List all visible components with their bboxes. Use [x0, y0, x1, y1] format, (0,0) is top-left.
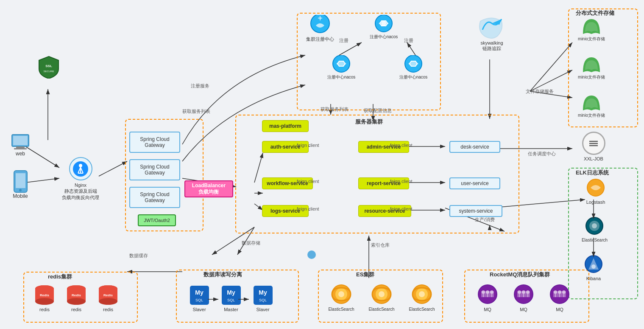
mobile-label: Mobile [13, 193, 28, 199]
redis1-label: redis [39, 307, 50, 312]
svg-point-72 [67, 298, 86, 305]
feign2: feign client [390, 143, 413, 148]
nacos2-icon-box: 注册中心nacos [322, 55, 360, 80]
mobile-icon [13, 170, 28, 193]
svg-point-116 [558, 290, 561, 294]
svg-point-101 [482, 290, 485, 294]
es2-label: ElasticSearch [368, 307, 394, 312]
db-slaver2-label: Slaver [256, 307, 269, 312]
db-slaver1-label: Slaver [192, 307, 206, 312]
xxl-job-icon-box: XXL-JOB [577, 132, 611, 161]
mq2-icon [511, 284, 536, 307]
redis2-label: redis [71, 307, 81, 312]
center-indicator [307, 250, 316, 259]
svg-text:Redis: Redis [103, 293, 113, 297]
web-icon-box: web [8, 134, 33, 157]
elk-label: ELK日志系统 [576, 169, 609, 177]
register-service-label: 注册服务 [191, 83, 209, 89]
mq1-label: MQ [484, 307, 491, 312]
es3-icon [409, 284, 435, 307]
nginx-label: Nginx静态资源及后端负载均衡反向代理 [62, 182, 99, 200]
svg-point-108 [518, 290, 521, 294]
register1-label: 注册 [339, 37, 348, 44]
svg-point-51 [381, 21, 386, 26]
nacos-cluster-icon: + [307, 15, 333, 36]
svg-point-64 [591, 264, 596, 269]
redis3-icon-box: Redis redis [93, 284, 123, 312]
nacos3-icon [402, 55, 425, 74]
data-cache-label: 数据缓存 [129, 253, 148, 259]
web-label: web [16, 151, 25, 157]
redis1-icon-box: Redis redis [30, 284, 59, 312]
svg-line-5 [99, 161, 127, 176]
svg-rect-34 [16, 146, 25, 148]
logstash-icon [584, 178, 608, 200]
redis1-icon: Redis [34, 284, 55, 307]
gateway1: Spring CloudGateway [129, 132, 180, 153]
svg-text:My: My [227, 289, 235, 296]
minio3-icon [581, 93, 602, 112]
svg-text:SQL: SQL [195, 298, 203, 302]
redis2-icon-box: Redis redis [61, 284, 91, 312]
system-service-node: system-service [449, 205, 502, 217]
db-slaver2-icon: My SQL [251, 284, 275, 307]
svg-text:SQL: SQL [227, 298, 234, 302]
es3-icon-box: ElasticSearch [403, 284, 441, 312]
nacos3-label: 注册中心nacos [399, 74, 428, 80]
loadbalancer-node: LoadBalancer负载均衡 [184, 180, 233, 197]
svg-point-61 [592, 223, 597, 228]
dist-storage-label: 分布式文件存储 [576, 9, 614, 17]
es-cluster-label: ES集群 [356, 271, 374, 278]
web-monitor-icon [10, 134, 31, 151]
kibana-label: Kibana [586, 276, 601, 281]
minio1-icon-box: minio文件存储 [572, 17, 611, 42]
feign4: feign client [390, 179, 413, 184]
nacos1-label: 注册中心nacos [370, 34, 398, 40]
svg-text:SSL: SSL [45, 64, 52, 68]
feign3: feign client [297, 179, 319, 184]
svg-text:SECURE: SECURE [43, 70, 54, 73]
nacos1-icon [372, 15, 396, 34]
es1-icon-box: ElasticSearch [322, 284, 360, 312]
svg-rect-36 [13, 136, 28, 145]
svg-point-39 [19, 189, 22, 191]
jwt-node: JWT/Oauth2 [138, 214, 176, 226]
svg-point-109 [522, 290, 525, 294]
desk-service-node: desk-service [449, 141, 500, 153]
get-service-list2-label: 获取服务列表 [321, 106, 348, 112]
svg-text:Redis: Redis [72, 293, 81, 297]
nginx-icon-box: Nginx静态资源及后端负载均衡反向代理 [59, 157, 102, 200]
svg-rect-35 [14, 148, 27, 149]
minio2-icon [581, 55, 602, 74]
get-config-label: 获取配置信息 [364, 107, 392, 114]
svg-point-73 [67, 285, 86, 292]
svg-text:My: My [195, 289, 204, 296]
index-storage-label: 索引仓库 [371, 242, 390, 248]
nacos1-icon-box: 注册中心nacos [365, 15, 403, 40]
mq1-icon-box: MQ [471, 284, 505, 312]
ssl-icon-box: SSL SECURE [34, 55, 64, 79]
gateway3: Spring CloudGateway [129, 187, 180, 208]
mas-platform-node: mas-platform [262, 120, 309, 132]
mq2-label: MQ [520, 307, 527, 312]
nacos-cluster-icon-box: + 集群注册中心 [303, 15, 337, 42]
minio3-icon-box: minio文件存储 [572, 93, 611, 118]
svg-point-110 [526, 290, 530, 294]
feign1: feign client [297, 143, 319, 148]
mq3-icon [547, 284, 572, 307]
task-center-label: 任务调度中心 [528, 151, 556, 157]
mobile-icon-box: Mobile [8, 170, 33, 199]
svg-point-67 [35, 298, 54, 305]
nacos2-icon [330, 55, 353, 74]
file-storage-service-label: 文件存储服务 [526, 88, 554, 95]
es2-icon [369, 284, 394, 307]
db-slaver2-icon-box: My SQL Slaver [248, 284, 278, 312]
mq3-icon-box: MQ [543, 284, 577, 312]
skywalking-icon [478, 17, 506, 40]
redis3-icon: Redis [98, 284, 119, 307]
svg-point-78 [99, 285, 117, 292]
register2-label: 注册 [404, 37, 413, 44]
svg-point-93 [338, 291, 344, 297]
nacos2-label: 注册中心nacos [327, 74, 356, 80]
svg-rect-38 [16, 173, 25, 188]
